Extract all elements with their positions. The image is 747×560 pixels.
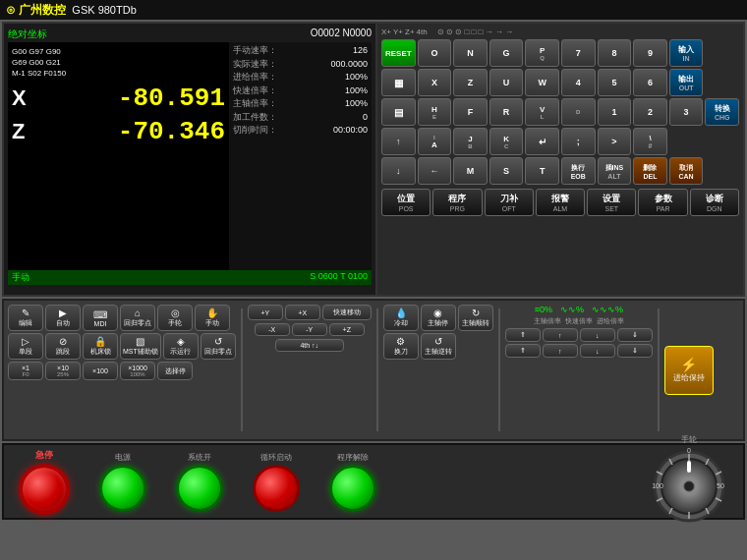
sel-stop-btn[interactable]: 选择停 [157, 362, 193, 380]
key-G[interactable]: G [489, 39, 524, 67]
key-5[interactable]: 5 [598, 69, 632, 96]
eob-key[interactable]: 换行EOB [561, 157, 596, 185]
can-key[interactable]: 取消CAN [669, 157, 704, 185]
key-O[interactable]: O [418, 39, 452, 67]
x-plus-btn[interactable]: +X [285, 305, 320, 320]
key-6[interactable]: 6 [633, 69, 667, 96]
key-up[interactable]: ↑ [381, 128, 416, 155]
input-key[interactable]: 输入IN [669, 39, 704, 67]
key-gt[interactable]: > [598, 128, 632, 155]
x1-btn[interactable]: ×1F0 [8, 362, 43, 380]
cycle-start-button[interactable] [253, 465, 300, 512]
key-Z[interactable]: Z [453, 69, 488, 96]
z-plus-btn[interactable]: +Z [329, 323, 365, 336]
fast-btn[interactable]: 快速移动 [322, 305, 372, 320]
estop-button[interactable] [19, 464, 70, 515]
key-N[interactable]: N [453, 39, 488, 67]
key-S[interactable]: S [489, 157, 524, 185]
reset-key[interactable]: RESET [381, 39, 416, 67]
skip-btn[interactable]: ⊘跳段 [45, 333, 81, 360]
auto-mode-btn[interactable]: ▶自动 [45, 305, 81, 331]
ins-key[interactable]: 插INSALT [598, 157, 632, 185]
key-icon3[interactable]: ▤ [381, 98, 416, 126]
key-T[interactable]: T [525, 157, 559, 185]
x100-btn[interactable]: ×100 [83, 362, 118, 380]
key-F[interactable]: F [453, 98, 488, 126]
key-2[interactable]: 2 [633, 98, 667, 126]
fn-oft[interactable]: 刀补OFT [485, 189, 534, 216]
mst-lock-btn[interactable]: ▧MST辅助锁 [120, 333, 161, 360]
fn-par[interactable]: 参数PAR [638, 189, 687, 216]
spindle-cw-btn[interactable]: ↻主轴顺转 [458, 305, 493, 331]
fn-pos[interactable]: 位置POS [381, 189, 431, 216]
handwheel-mode-btn[interactable]: ◎手轮 [157, 305, 193, 331]
key-X[interactable]: X [418, 69, 452, 96]
key-4[interactable]: 4 [561, 69, 596, 96]
chg-key[interactable]: 转换CHG [705, 98, 739, 126]
key-down[interactable]: ↓ [381, 157, 416, 185]
edit-mode-btn[interactable]: ✎编辑 [8, 305, 43, 331]
machine-lock-btn[interactable]: 🔒机床锁 [83, 333, 118, 360]
key-icon2[interactable]: ▦ [381, 69, 416, 96]
up-btn2[interactable]: ↑ [543, 344, 578, 358]
key-W[interactable]: W [525, 69, 559, 96]
key-P[interactable]: PQ [525, 39, 559, 67]
down-btn[interactable]: ↓ [580, 328, 615, 342]
display-section: 绝对坐标 O0002 N0000 G00 G97 G90 G69 G00 G21… [4, 24, 377, 295]
fn-prg[interactable]: 程序PRG [432, 189, 482, 216]
fn-dgn[interactable]: 诊断DGN [690, 189, 739, 216]
fn-alm[interactable]: 报警ALM [536, 189, 585, 216]
down-down-btn2[interactable]: ⇓ [617, 344, 653, 358]
mdi-mode-btn[interactable]: ⌨MDI [83, 305, 118, 331]
key-M[interactable]: M [453, 157, 488, 185]
key-lt[interactable]: ; [561, 128, 596, 155]
key-back[interactable]: ← [418, 157, 452, 185]
tool-change-btn[interactable]: ⚙换刀 [383, 333, 419, 360]
x10-btn[interactable]: ×1025% [45, 362, 81, 380]
prog-release-button[interactable] [329, 465, 376, 512]
return-home-btn[interactable]: ↺回归零点 [201, 333, 236, 360]
key-I[interactable]: IA [418, 128, 452, 155]
key-J[interactable]: JB [453, 128, 488, 155]
key-slash[interactable]: \# [633, 128, 667, 155]
key-3[interactable]: 3 [669, 98, 704, 126]
x-axis-label: X [12, 85, 41, 111]
key-V[interactable]: VL [525, 98, 559, 126]
rotary-dial-svg[interactable]: 0 50 100 [650, 447, 728, 526]
key-U[interactable]: U [489, 69, 524, 96]
key-9[interactable]: 9 [633, 39, 667, 67]
key-K[interactable]: KC [489, 128, 524, 155]
x-minus-btn[interactable]: -X [255, 323, 290, 336]
feed-hold-btn[interactable]: ⚡ 进给保持 [664, 346, 714, 395]
spindle-stop-btn[interactable]: ◉主轴停 [421, 305, 456, 331]
power-button[interactable] [99, 465, 146, 512]
output-key[interactable]: 输出OUT [669, 69, 704, 96]
sys-on-button[interactable] [176, 465, 223, 512]
key-8[interactable]: 8 [598, 39, 632, 67]
y-minus-btn[interactable]: -Y [292, 323, 327, 336]
key-7[interactable]: 7 [561, 39, 596, 67]
key-1[interactable]: 1 [598, 98, 632, 126]
key-enter[interactable]: ↵ [525, 128, 559, 155]
key-H[interactable]: HE [418, 98, 452, 126]
down-down-btn[interactable]: ⇓ [617, 328, 653, 342]
down-btn2[interactable]: ↓ [580, 344, 615, 358]
spindle-ccw-btn[interactable]: ↺主轴逆转 [421, 333, 456, 360]
key-D[interactable]: D [561, 98, 596, 126]
z4th-btn[interactable]: 4th ↑↓ [275, 339, 344, 352]
fn-set[interactable]: 设置SET [587, 189, 636, 216]
home-mode-btn[interactable]: ⌂回归零点 [120, 305, 155, 331]
param-row-0: 手动速率：126 [233, 44, 368, 58]
x1000-btn[interactable]: ×1000100% [120, 362, 155, 380]
up-up-btn2[interactable]: ⇑ [505, 344, 541, 358]
y-plus-btn[interactable]: +Y [248, 305, 283, 320]
del-key[interactable]: 删除DEL [633, 157, 667, 185]
dry-run-btn[interactable]: ◈示运行 [163, 333, 199, 360]
up-up-btn[interactable]: ⇑ [505, 328, 541, 342]
single-block-btn[interactable]: ▷单段 [8, 333, 43, 360]
key-R[interactable]: R [489, 98, 524, 126]
jog-mode-btn[interactable]: ✋手动 [195, 305, 230, 331]
coolant-btn[interactable]: 💧冷却 [383, 305, 419, 331]
up-btn[interactable]: ↑ [543, 328, 578, 342]
rotary-section: 手轮 [650, 434, 728, 530]
